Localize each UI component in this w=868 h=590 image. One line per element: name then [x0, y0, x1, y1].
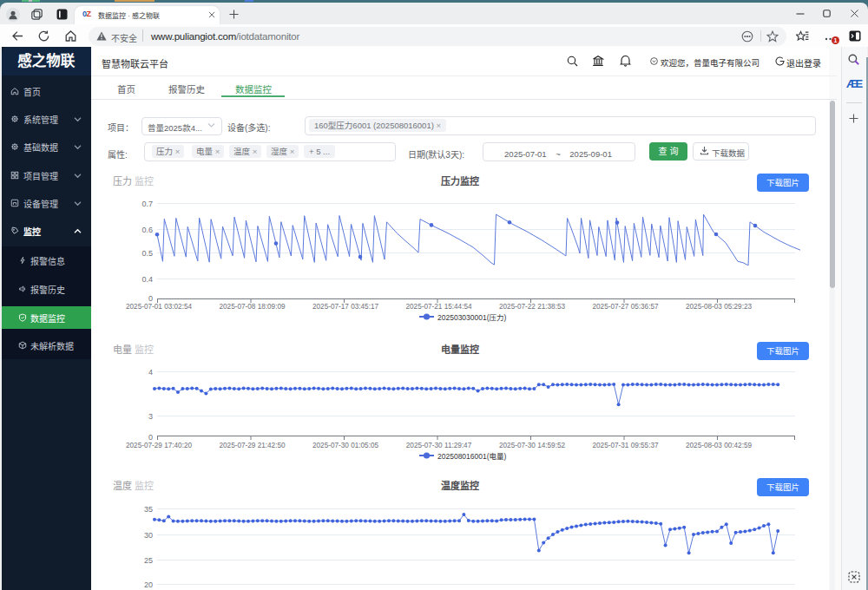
svg-text:3: 3 — [148, 412, 153, 421]
svg-text:4: 4 — [148, 368, 153, 377]
svg-text:2025-08-03 05:29:23: 2025-08-03 05:29:23 — [686, 303, 752, 311]
svg-text:30: 30 — [144, 531, 153, 540]
svg-text:2025-07-30 01:05:05: 2025-07-30 01:05:05 — [312, 442, 378, 449]
svg-text:2025-07-29 21:42:50: 2025-07-29 21:42:50 — [219, 442, 285, 449]
svg-text:0.4: 0.4 — [141, 275, 153, 284]
svg-text:35: 35 — [144, 505, 153, 514]
svg-text:2025-07-08 18:09:09: 2025-07-08 18:09:09 — [219, 303, 285, 311]
svg-text:0.5: 0.5 — [141, 249, 153, 258]
svg-text:0: 0 — [148, 433, 153, 442]
svg-text:2025-07-22 21:38:53: 2025-07-22 21:38:53 — [499, 303, 565, 311]
svg-text:2025-07-01 03:02:54: 2025-07-01 03:02:54 — [126, 303, 192, 311]
svg-text:2025-07-30 11:29:47: 2025-07-30 11:29:47 — [406, 442, 472, 449]
svg-text:0: 0 — [148, 294, 153, 303]
svg-text:2025-07-29 17:40:20: 2025-07-29 17:40:20 — [126, 442, 192, 449]
svg-text:2025-07-31 09:55:37: 2025-07-31 09:55:37 — [592, 442, 658, 449]
svg-text:2025-08-03 00:42:59: 2025-08-03 00:42:59 — [686, 442, 752, 449]
svg-text:25: 25 — [144, 556, 153, 565]
svg-text:2025-07-17 03:45:17: 2025-07-17 03:45:17 — [312, 303, 378, 311]
svg-text:202503030001(压力): 202503030001(压力) — [437, 313, 507, 322]
svg-text:2025-07-27 05:36:57: 2025-07-27 05:36:57 — [592, 303, 658, 311]
svg-text:2025-07-21 15:44:54: 2025-07-21 15:44:54 — [405, 303, 471, 311]
svg-text:20: 20 — [144, 580, 153, 589]
svg-text:2025-07-30 14:59:52: 2025-07-30 14:59:52 — [499, 442, 565, 449]
svg-text:0.7: 0.7 — [141, 200, 153, 208]
svg-text:202508016001(电量): 202508016001(电量) — [437, 452, 507, 461]
svg-text:0.6: 0.6 — [141, 226, 153, 234]
